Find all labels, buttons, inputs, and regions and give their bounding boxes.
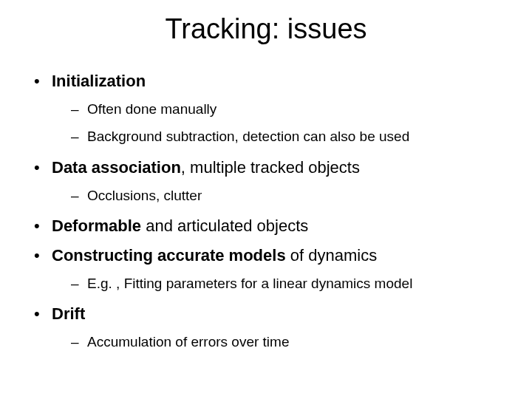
sub-bullet: Background subtraction, detection can al… (71, 127, 502, 146)
bullet-drift: Drift Accumulation of errors over time (30, 303, 502, 351)
slide-title: Tracking: issues (30, 13, 502, 45)
bullet-bold: Drift (52, 304, 85, 323)
bullet-rest: of dynamics (286, 246, 378, 265)
sub-list: E.g. , Fitting parameters for a linear d… (52, 274, 502, 293)
bullet-bold: Data association (52, 158, 181, 177)
bullet-data-association: Data association, multiple tracked objec… (30, 157, 502, 205)
bullet-rest: and articulated objects (141, 216, 308, 235)
bullet-rest: , multiple tracked objects (181, 158, 360, 177)
sub-bullet: E.g. , Fitting parameters for a linear d… (71, 274, 502, 293)
sub-list: Often done manually Background subtracti… (52, 100, 502, 146)
sub-bullet: Occlusions, clutter (71, 186, 502, 205)
sub-list: Accumulation of errors over time (52, 332, 502, 352)
bullet-constructing-models: Constructing accurate models of dynamics… (30, 245, 502, 293)
sub-bullet: Accumulation of errors over time (71, 332, 502, 352)
bullet-list: Initialization Often done manually Backg… (30, 70, 502, 352)
sub-list: Occlusions, clutter (52, 186, 502, 205)
slide: Tracking: issues Initialization Often do… (0, 0, 532, 399)
sub-bullet: Often done manually (71, 100, 502, 119)
bullet-deformable: Deformable and articulated objects (30, 215, 502, 237)
bullet-initialization: Initialization Often done manually Backg… (30, 70, 502, 146)
bullet-bold: Initialization (52, 72, 146, 90)
bullet-bold: Deformable (52, 216, 141, 235)
bullet-bold: Constructing accurate models (52, 246, 286, 265)
